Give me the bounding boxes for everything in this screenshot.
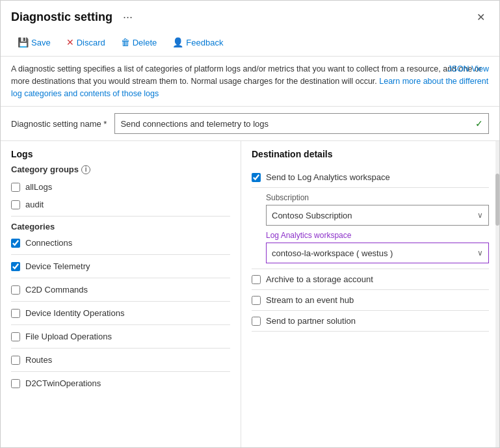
connections-label: Connections — [25, 238, 72, 248]
d2ctwin-label: D2CTwinOperations — [25, 378, 101, 388]
setting-name-field[interactable] — [120, 119, 475, 129]
feedback-label: Feedback — [186, 38, 223, 47]
device-telemetry-label: Device Telemetry — [25, 261, 90, 271]
destination-section-title: Destination details — [252, 149, 489, 159]
device-telemetry-checkbox[interactable] — [11, 262, 20, 271]
workspace-label: Log Analytics workspace — [266, 231, 489, 240]
discard-button[interactable]: ✕ Discard — [60, 34, 112, 51]
routes-item: Routes — [11, 351, 230, 369]
event-hub-label: Stream to an event hub — [266, 295, 354, 305]
partner-solution-option: Send to partner solution — [252, 311, 489, 332]
panel-title: Diagnostic setting — [11, 10, 112, 24]
json-view-link[interactable]: JSON View — [447, 63, 489, 75]
allLogs-item: allLogs — [11, 178, 230, 196]
storage-account-checkbox[interactable] — [252, 275, 261, 284]
setting-name-label: Diagnostic setting name * — [11, 119, 107, 129]
info-bar: A diagnostic setting specifies a list of… — [1, 57, 499, 107]
setting-name-checkmark: ✓ — [475, 118, 483, 129]
delete-icon: 🗑 — [121, 37, 130, 47]
file-upload-checkbox[interactable] — [11, 332, 20, 341]
save-label: Save — [31, 38, 51, 47]
allLogs-checkbox[interactable] — [11, 183, 20, 192]
category-groups-title: Category groups i — [11, 165, 230, 174]
panel-menu-dots[interactable]: ··· — [123, 10, 133, 24]
setting-name-input-container[interactable]: ✓ — [114, 113, 489, 134]
feedback-button[interactable]: 👤 Feedback — [166, 34, 230, 51]
save-icon: 💾 — [18, 37, 29, 47]
c2d-commands-checkbox[interactable] — [11, 285, 20, 295]
discard-icon: ✕ — [66, 37, 74, 47]
c2d-commands-label: C2D Commands — [25, 285, 88, 295]
logs-section-title: Logs — [11, 149, 230, 159]
categories-title: Categories — [11, 222, 230, 231]
partner-solution-label: Send to partner solution — [266, 316, 356, 326]
info-text: A diagnostic setting specifies a list of… — [11, 64, 488, 98]
storage-account-label: Archive to a storage account — [266, 274, 373, 284]
d2ctwin-checkbox[interactable] — [11, 379, 20, 388]
log-analytics-label: Send to Log Analytics workspace — [266, 172, 390, 182]
workspace-chevron-icon: ∨ — [477, 248, 483, 257]
subscription-label: Subscription — [266, 193, 489, 202]
event-hub-checkbox[interactable] — [252, 296, 261, 305]
log-analytics-checkbox[interactable] — [252, 173, 261, 182]
diagnostic-setting-panel: Diagnostic setting ··· ✕ 💾 Save ✕ Discar… — [0, 0, 500, 448]
category-groups-info-icon[interactable]: i — [81, 165, 90, 174]
destination-panel: Destination details Send to Log Analytic… — [241, 141, 499, 447]
file-upload-item: File Upload Operations — [11, 328, 230, 345]
panel-header: Diagnostic setting ··· ✕ — [1, 1, 499, 31]
connections-item: Connections — [11, 234, 230, 252]
close-button[interactable]: ✕ — [473, 8, 489, 26]
c2d-commands-item: C2D Commands — [11, 281, 230, 298]
feedback-icon: 👤 — [172, 37, 183, 47]
partner-solution-checkbox[interactable] — [252, 317, 261, 326]
delete-button[interactable]: 🗑 Delete — [114, 34, 164, 51]
connections-checkbox[interactable] — [11, 239, 20, 248]
workspace-select[interactable]: contoso-la-workspace ( westus ) ∨ — [266, 243, 489, 263]
audit-item: audit — [11, 196, 230, 213]
learn-more-link[interactable]: Learn more about the different log categ… — [11, 77, 488, 98]
subscription-value: Contoso Subscription — [272, 211, 352, 220]
main-content: Logs Category groups i allLogs audit Cat… — [1, 141, 499, 447]
device-identity-item: Device Identity Operations — [11, 304, 230, 322]
setting-name-row: Diagnostic setting name * ✓ — [1, 107, 499, 141]
device-identity-label: Device Identity Operations — [25, 308, 124, 318]
scrollbar-thumb[interactable] — [495, 174, 499, 226]
toolbar: 💾 Save ✕ Discard 🗑 Delete 👤 Feedback — [1, 31, 499, 57]
routes-checkbox[interactable] — [11, 356, 20, 365]
audit-label: audit — [25, 200, 44, 209]
subscription-chevron-icon: ∨ — [477, 211, 483, 220]
workspace-value: contoso-la-workspace ( westus ) — [272, 248, 393, 258]
device-telemetry-item: Device Telemetry — [11, 257, 230, 275]
save-button[interactable]: 💾 Save — [11, 34, 57, 51]
subscription-select[interactable]: Contoso Subscription ∨ — [266, 205, 489, 226]
routes-label: Routes — [25, 355, 52, 365]
delete-label: Delete — [133, 38, 157, 47]
d2ctwin-item: D2CTwinOperations — [11, 375, 230, 392]
log-analytics-option: Send to Log Analytics workspace — [252, 167, 489, 188]
device-identity-checkbox[interactable] — [11, 309, 20, 318]
allLogs-label: allLogs — [25, 182, 52, 192]
logs-panel: Logs Category groups i allLogs audit Cat… — [1, 141, 241, 447]
discard-label: Discard — [77, 38, 105, 47]
scrollbar-track[interactable] — [495, 141, 499, 447]
event-hub-option: Stream to an event hub — [252, 290, 489, 311]
file-upload-label: File Upload Operations — [25, 332, 112, 341]
log-analytics-details: Subscription Contoso Subscription ∨ Log … — [252, 188, 489, 269]
storage-account-option: Archive to a storage account — [252, 269, 489, 290]
audit-checkbox[interactable] — [11, 200, 20, 209]
